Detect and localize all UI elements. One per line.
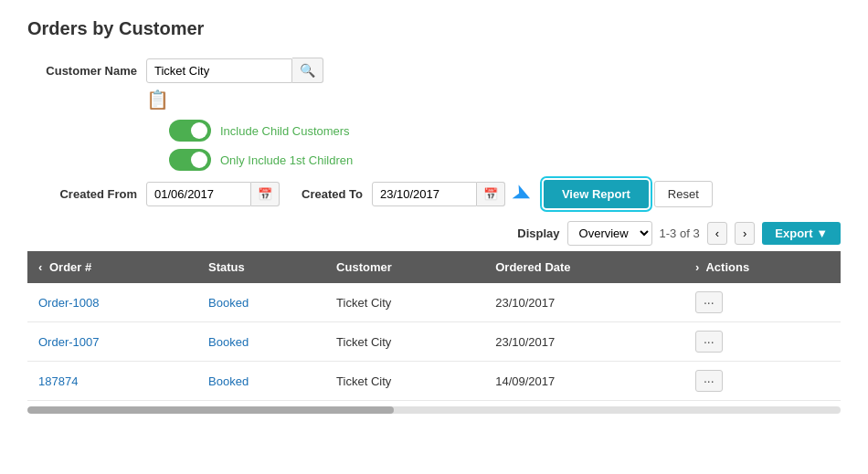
only-1st-children-label: Only Include 1st Children <box>220 153 353 167</box>
cell-order-num: 187874 <box>27 362 197 401</box>
table-row: Order-1007 Booked Ticket City 23/10/2017… <box>27 322 841 362</box>
reset-button[interactable]: Reset <box>654 181 713 207</box>
cell-ordered-date: 23/10/2017 <box>484 283 684 322</box>
prev-page-button[interactable]: ‹ <box>707 222 727 245</box>
order-link[interactable]: 187874 <box>38 374 78 388</box>
display-select[interactable]: Overview Detail <box>567 221 652 246</box>
include-child-toggle[interactable] <box>169 120 211 142</box>
col-actions-label: Actions <box>705 260 749 274</box>
created-from-label: Created From <box>27 187 137 201</box>
created-to-input-group: 📅 <box>372 182 505 206</box>
cell-actions: ··· <box>684 322 841 362</box>
cell-status: Booked <box>197 322 325 362</box>
col-header-status: Status <box>197 251 325 283</box>
export-label: Export <box>775 226 812 240</box>
cell-ordered-date: 23/10/2017 <box>484 322 684 362</box>
col-header-ordered-date: Ordered Date <box>484 251 684 283</box>
horizontal-scrollbar[interactable] <box>27 406 841 414</box>
include-child-label: Include Child Customers <box>220 124 350 138</box>
export-arrow-icon: ▼ <box>816 226 828 240</box>
customer-name-label: Customer Name <box>27 64 137 78</box>
table-row: Order-1008 Booked Ticket City 23/10/2017… <box>27 283 841 322</box>
export-button[interactable]: Export ▼ <box>762 222 841 245</box>
chevron-right-table-icon: › <box>695 260 699 274</box>
col-header-actions: › Actions <box>684 251 841 283</box>
cell-customer: Ticket City <box>325 362 484 401</box>
chevron-left-icon: ‹ <box>38 260 42 274</box>
customer-name-input[interactable] <box>146 58 292 83</box>
include-child-row: Include Child Customers <box>169 120 841 142</box>
created-to-label: Created To <box>302 187 363 201</box>
col-order-num-label: Order # <box>49 260 91 274</box>
order-link[interactable]: Order-1008 <box>38 296 99 310</box>
created-to-input[interactable] <box>372 182 477 206</box>
arrow-annotation: ➤ <box>507 177 537 211</box>
toolbar-row: Display Overview Detail 1-3 of 3 ‹ › Exp… <box>27 221 841 246</box>
created-from-calendar-button[interactable]: 📅 <box>251 182 280 206</box>
cell-order-num: Order-1007 <box>27 322 197 362</box>
customer-name-row: Customer Name 🔍 <box>27 58 841 83</box>
display-label: Display <box>517 226 559 240</box>
actions-button[interactable]: ··· <box>695 291 723 313</box>
scrollbar-thumb <box>27 406 394 414</box>
customer-file-icon: 📋 <box>146 90 169 110</box>
customer-name-input-group: 🔍 <box>146 58 323 83</box>
table-row: 187874 Booked Ticket City 14/09/2017 ··· <box>27 362 841 401</box>
cell-customer: Ticket City <box>325 283 484 322</box>
col-header-order-num: ‹ Order # <box>27 251 197 283</box>
cell-actions: ··· <box>684 362 841 401</box>
cell-status: Booked <box>197 283 325 322</box>
only-1st-children-row: Only Include 1st Children <box>169 149 841 171</box>
record-count: 1-3 of 3 <box>660 226 700 240</box>
date-row: Created From 📅 Created To 📅 ➤ View Repor… <box>27 180 841 208</box>
cell-status: Booked <box>197 362 325 401</box>
cell-order-num: Order-1008 <box>27 283 197 322</box>
actions-button[interactable]: ··· <box>695 370 723 392</box>
cell-actions: ··· <box>684 283 841 322</box>
cell-ordered-date: 14/09/2017 <box>484 362 684 401</box>
next-page-button[interactable]: › <box>735 222 755 245</box>
col-header-customer: Customer <box>325 251 484 283</box>
cell-customer: Ticket City <box>325 322 484 362</box>
actions-button[interactable]: ··· <box>695 331 723 353</box>
table-header-row: ‹ Order # Status Customer Ordered Date ›… <box>27 251 841 283</box>
only-1st-children-toggle[interactable] <box>169 149 211 171</box>
view-report-button[interactable]: View Report <box>544 180 649 208</box>
created-to-calendar-button[interactable]: 📅 <box>477 182 505 206</box>
orders-table: ‹ Order # Status Customer Ordered Date ›… <box>27 251 841 401</box>
order-link[interactable]: Order-1007 <box>38 335 99 349</box>
search-button[interactable]: 🔍 <box>292 58 323 83</box>
page-title: Orders by Customer <box>27 18 841 39</box>
created-from-input-group: 📅 <box>146 182 280 206</box>
created-from-input[interactable] <box>146 182 251 206</box>
